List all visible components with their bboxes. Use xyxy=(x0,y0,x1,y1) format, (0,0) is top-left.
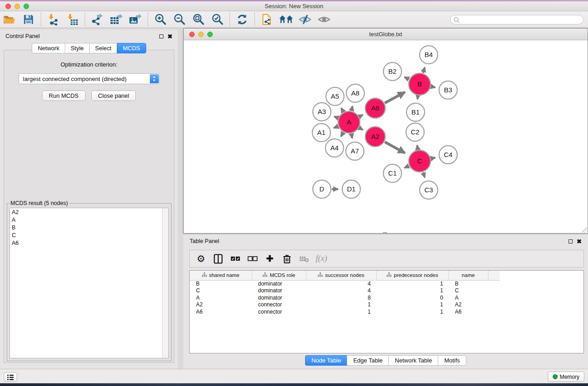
run-mcds-button[interactable]: Run MCDS xyxy=(42,91,86,101)
graph-node-label: A7 xyxy=(351,147,359,155)
table-cell: A6 xyxy=(190,308,252,315)
table-settings-icon[interactable]: ⚙ xyxy=(195,253,207,265)
zoom-in-icon[interactable] xyxy=(153,13,168,26)
mcds-result-item[interactable]: C xyxy=(10,231,168,239)
zoom-fit-icon[interactable] xyxy=(191,13,206,26)
session-title: Session: New Session xyxy=(0,3,588,10)
graph-edge[interactable] xyxy=(359,128,363,130)
create-column-icon[interactable]: ✚ xyxy=(264,253,276,265)
graph-node-label: A4 xyxy=(330,144,339,152)
mcds-result-item[interactable]: A xyxy=(10,216,168,224)
table-row[interactable]: Adominator80A xyxy=(190,294,500,301)
mcds-result-item[interactable]: B xyxy=(10,224,168,231)
tab-network[interactable]: Network xyxy=(32,43,65,53)
mcds-result-item[interactable]: A6 xyxy=(10,239,168,247)
hierarchy-icon xyxy=(318,272,323,278)
graph-edge[interactable] xyxy=(385,142,405,153)
network-graph[interactable]: AA1A2A3A4A5A6A7A8BB1B2B3B4CC1C2C3C4DD1 xyxy=(184,41,588,234)
control-panel-tabs: NetworkStyleSelectMCDS xyxy=(0,43,178,53)
resize-handle[interactable] xyxy=(582,228,587,233)
table-row[interactable]: Cdominator41C xyxy=(190,287,500,295)
graph-edge[interactable] xyxy=(341,133,343,137)
export-table-icon[interactable] xyxy=(109,13,124,26)
zoom-selected-icon[interactable] xyxy=(210,13,225,26)
graph-node-label: C1 xyxy=(388,169,397,177)
tab-motifs[interactable]: Motifs xyxy=(438,355,466,366)
deselect-all-icon[interactable] xyxy=(247,253,258,265)
import-table-icon[interactable] xyxy=(65,13,80,26)
graph-edge[interactable] xyxy=(404,77,409,79)
tab-network-table[interactable]: Network Table xyxy=(388,355,438,366)
eye-icon[interactable] xyxy=(316,13,332,26)
column-header-successor-nodes[interactable]: successor nodes xyxy=(306,271,376,280)
node-table[interactable]: shared nameMCDS rolesuccessor nodesprede… xyxy=(189,270,584,353)
list-scrollbar[interactable] xyxy=(162,208,168,358)
graph-edge[interactable] xyxy=(431,157,435,158)
home-icon[interactable] xyxy=(278,13,294,26)
mcds-result-item[interactable]: A2 xyxy=(10,208,168,216)
tab-edge-table[interactable]: Edge Table xyxy=(347,355,388,366)
task-history-button[interactable] xyxy=(4,372,17,382)
table-row[interactable]: A2connector11A2 xyxy=(190,301,500,309)
search-input[interactable] xyxy=(462,16,583,24)
dropdown-stepper-icon: ▲▼ xyxy=(150,74,159,83)
column-header-shared-name[interactable]: shared name xyxy=(190,271,252,280)
graph-edge[interactable] xyxy=(359,115,363,117)
close-panel-button[interactable]: Close panel xyxy=(91,91,136,101)
graph-edge[interactable] xyxy=(334,126,338,128)
graph-edge[interactable] xyxy=(334,116,338,118)
graph-edge[interactable] xyxy=(423,172,425,177)
show-columns-icon[interactable] xyxy=(212,253,224,265)
network-window-titlebar[interactable]: testGlobe.txt xyxy=(184,29,588,40)
table-cell: 8 xyxy=(306,294,376,301)
float-table-panel-icon[interactable] xyxy=(569,239,573,243)
graph-edge[interactable] xyxy=(352,106,353,111)
graph-edge[interactable] xyxy=(341,108,344,112)
table-row[interactable]: A6connector11A6 xyxy=(190,308,500,315)
memory-button[interactable]: Memory xyxy=(548,372,584,382)
tab-mcds[interactable]: MCDS xyxy=(117,43,146,53)
table-panel: Table Panel ✖ ⚙ ✚ f(x) shared nameMCDS r… xyxy=(183,234,588,369)
tab-node-table[interactable]: Node Table xyxy=(305,355,347,366)
mcds-tab-content: Optimization criterion: largest connecte… xyxy=(4,50,174,363)
table-cell: C xyxy=(190,287,252,295)
network-window-title: testGlobe.txt xyxy=(184,31,588,38)
graph-node-label: B4 xyxy=(425,51,433,58)
table-cell: A xyxy=(449,294,488,301)
network-canvas[interactable]: AA1A2A3A4A5A6A7A8BB1B2B3B4CC1C2C3C4DD1 xyxy=(184,41,587,233)
close-table-panel-icon[interactable]: ✖ xyxy=(577,238,582,244)
graph-edge[interactable] xyxy=(417,145,418,149)
graph-node-label: B1 xyxy=(411,108,420,116)
graph-edge[interactable] xyxy=(405,166,409,168)
open-session-icon[interactable] xyxy=(2,13,17,26)
mcds-result-list[interactable]: A2ABCA6 xyxy=(10,208,169,358)
column-header-name[interactable]: name xyxy=(449,271,488,280)
search-field[interactable] xyxy=(450,15,583,24)
tab-style[interactable]: Style xyxy=(65,43,89,53)
select-all-icon[interactable] xyxy=(229,253,241,265)
splitter-handle[interactable] xyxy=(383,232,387,234)
close-panel-icon[interactable]: ✖ xyxy=(167,33,172,39)
refresh-icon[interactable] xyxy=(234,13,250,26)
column-header-MCDS-role[interactable]: MCDS role xyxy=(252,271,306,280)
zoom-out-icon[interactable] xyxy=(172,13,187,26)
graph-edge[interactable] xyxy=(423,67,425,73)
import-network-icon[interactable] xyxy=(46,13,61,26)
graph-edge[interactable] xyxy=(385,92,405,103)
save-session-icon[interactable] xyxy=(21,13,36,26)
criterion-dropdown[interactable]: largest connected component (directed) ▲… xyxy=(19,73,160,84)
column-header-predecessor-nodes[interactable]: predecessor nodes xyxy=(376,271,449,280)
export-network-icon[interactable] xyxy=(90,13,105,26)
table-cell: connector xyxy=(252,308,306,315)
graph-edge[interactable] xyxy=(351,133,352,138)
tab-select[interactable]: Select xyxy=(89,43,117,53)
float-panel-icon[interactable] xyxy=(159,34,163,38)
graph-edge[interactable] xyxy=(417,96,418,99)
table-row[interactable]: Bdominator41B xyxy=(190,280,500,287)
graph-edge[interactable] xyxy=(431,86,435,87)
network-file-icon[interactable] xyxy=(259,13,275,26)
graph-node-label: A8 xyxy=(351,89,359,97)
delete-column-icon[interactable] xyxy=(281,253,293,265)
hide-eye-icon[interactable] xyxy=(297,13,313,26)
export-image-icon[interactable] xyxy=(128,13,143,26)
